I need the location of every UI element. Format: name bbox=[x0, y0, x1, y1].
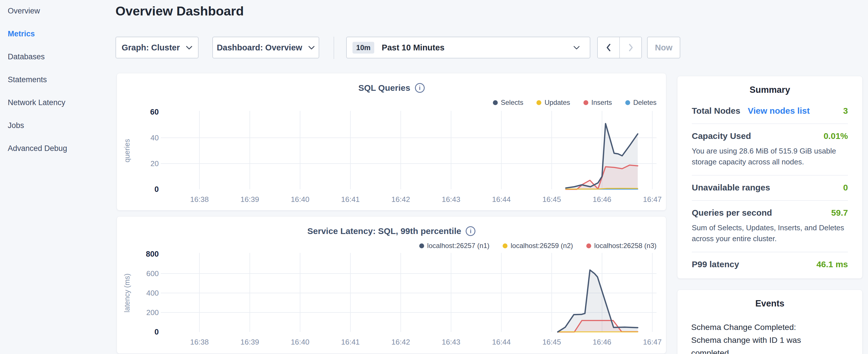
summary-title: Summary bbox=[677, 85, 862, 95]
cockroachdb-admin-ui: OverviewMetricsDatabasesStatementsNetwor… bbox=[0, 0, 868, 354]
summary-label: P99 latency bbox=[692, 259, 739, 269]
sidebar-item-overview[interactable]: Overview bbox=[8, 6, 67, 16]
summary-row-queries-per-second: Queries per second59.7Sum of Selects, Up… bbox=[692, 200, 848, 252]
dashboard-dropdown-label: Dashboard: Overview bbox=[217, 43, 302, 53]
summary-value: 46.1 ms bbox=[816, 259, 848, 269]
sidebar-item-network-latency[interactable]: Network Latency bbox=[8, 97, 67, 108]
svg-text:400: 400 bbox=[147, 289, 159, 297]
divider bbox=[334, 37, 334, 59]
next-time-button[interactable] bbox=[619, 37, 641, 58]
legend-label: Updates bbox=[545, 99, 570, 106]
sidebar-item-jobs[interactable]: Jobs bbox=[8, 120, 67, 131]
chevron-left-icon bbox=[606, 43, 612, 52]
legend-item-selects: Selects bbox=[493, 99, 524, 106]
info-icon[interactable]: i bbox=[415, 83, 425, 93]
svg-text:16:41: 16:41 bbox=[341, 195, 360, 204]
summary-label: Unavailable ranges bbox=[692, 183, 770, 192]
now-button[interactable]: Now bbox=[647, 37, 680, 58]
sidebar-item-databases[interactable]: Databases bbox=[8, 52, 67, 62]
svg-text:16:46: 16:46 bbox=[593, 195, 611, 204]
sidebar-item-statements[interactable]: Statements bbox=[8, 74, 67, 85]
svg-text:60: 60 bbox=[150, 108, 159, 116]
legend-item-localhost-26259-n2-: localhost:26259 (n2) bbox=[503, 242, 573, 250]
chevron-down-icon bbox=[186, 45, 192, 50]
summary-row-unavailable-ranges: Unavailable ranges0 bbox=[692, 175, 848, 200]
summary-subtext: You are using 28.6 MiB of 515.9 GiB usab… bbox=[692, 146, 848, 167]
svg-text:16:38: 16:38 bbox=[190, 195, 209, 204]
time-window-picker[interactable]: 10m Past 10 Minutes bbox=[346, 37, 590, 58]
time-pager bbox=[597, 37, 642, 58]
sql-queries-card: SQL Queries i SelectsUpdatesInsertsDelet… bbox=[117, 73, 666, 211]
svg-text:600: 600 bbox=[147, 269, 159, 278]
svg-text:800: 800 bbox=[146, 250, 159, 258]
sidebar-item-advanced-debug[interactable]: Advanced Debug bbox=[8, 143, 67, 154]
legend-dot bbox=[493, 100, 498, 105]
graph-dropdown-label: Graph: Cluster bbox=[122, 43, 180, 53]
legend-dot bbox=[625, 100, 630, 105]
svg-text:16:42: 16:42 bbox=[392, 338, 410, 346]
summary-row-p99-latency: P99 latency46.1 ms bbox=[692, 252, 848, 277]
svg-text:20: 20 bbox=[150, 159, 159, 168]
chart-title: Service Latency: SQL, 99th percentile bbox=[308, 226, 461, 236]
svg-text:16:45: 16:45 bbox=[542, 338, 561, 346]
svg-text:latency (ms): latency (ms) bbox=[123, 273, 131, 313]
svg-text:16:41: 16:41 bbox=[341, 338, 360, 346]
dashboard-dropdown[interactable]: Dashboard: Overview bbox=[212, 37, 319, 58]
page-title: Overview Dashboard bbox=[116, 2, 244, 20]
events-list: Schema Change Completed: Schema change w… bbox=[677, 321, 862, 354]
prev-time-button[interactable] bbox=[598, 37, 619, 58]
summary-value: 59.7 bbox=[831, 208, 848, 218]
svg-text:16:39: 16:39 bbox=[241, 338, 259, 346]
sidebar-item-metrics[interactable]: Metrics bbox=[8, 29, 67, 39]
svg-text:16:38: 16:38 bbox=[190, 338, 209, 346]
svg-text:16:43: 16:43 bbox=[442, 195, 460, 204]
graph-dropdown[interactable]: Graph: Cluster bbox=[116, 37, 198, 58]
sql-queries-chart[interactable]: 16:3816:3916:4016:4116:4216:4316:4416:45… bbox=[117, 73, 666, 210]
legend-item-inserts: Inserts bbox=[584, 99, 612, 106]
chart-title: SQL Queries bbox=[358, 83, 410, 93]
svg-text:16:47: 16:47 bbox=[643, 195, 662, 204]
view-nodes-list-link[interactable]: View nodes list bbox=[748, 106, 810, 116]
legend-item-localhost-26257-n1-: localhost:26257 (n1) bbox=[419, 242, 490, 250]
legend-label: Selects bbox=[501, 99, 524, 106]
info-icon[interactable]: i bbox=[466, 226, 475, 236]
time-window-badge: 10m bbox=[352, 42, 374, 54]
svg-text:16:39: 16:39 bbox=[241, 195, 259, 204]
legend-dot bbox=[503, 244, 507, 248]
svg-text:16:44: 16:44 bbox=[492, 338, 510, 346]
legend-item-localhost-26258-n3-: localhost:26258 (n3) bbox=[586, 242, 656, 250]
svg-text:16:45: 16:45 bbox=[542, 195, 561, 204]
chevron-right-icon bbox=[627, 43, 634, 52]
legend-item-deletes: Deletes bbox=[625, 99, 656, 106]
svg-text:16:40: 16:40 bbox=[291, 195, 309, 204]
legend-dot bbox=[536, 100, 541, 105]
summary-value: 3 bbox=[843, 106, 848, 116]
sidebar: OverviewMetricsDatabasesStatementsNetwor… bbox=[8, 6, 67, 154]
chevron-down-icon bbox=[308, 45, 315, 50]
svg-text:200: 200 bbox=[147, 308, 159, 317]
svg-text:16:40: 16:40 bbox=[291, 338, 309, 346]
legend-dot bbox=[584, 100, 588, 105]
event-item[interactable]: Schema Change Completed: Schema change w… bbox=[691, 321, 848, 354]
svg-text:16:43: 16:43 bbox=[442, 338, 460, 346]
chevron-down-icon bbox=[573, 45, 580, 50]
summary-rows: Total NodesView nodes list3Capacity Used… bbox=[692, 106, 848, 277]
events-panel: Events Schema Change Completed: Schema c… bbox=[677, 290, 863, 354]
legend-dot bbox=[419, 244, 424, 248]
service-latency-card: Service Latency: SQL, 99th percentile i … bbox=[117, 216, 666, 354]
summary-row-total-nodes: Total NodesView nodes list3 bbox=[692, 106, 848, 123]
legend-label: Deletes bbox=[633, 99, 656, 106]
legend-label: localhost:26259 (n2) bbox=[510, 242, 573, 250]
legend-dot bbox=[586, 244, 591, 248]
summary-value: 0 bbox=[843, 183, 848, 192]
service-latency-chart[interactable]: 16:3816:3916:4016:4116:4216:4316:4416:45… bbox=[117, 217, 666, 353]
legend-item-updates: Updates bbox=[536, 99, 570, 106]
events-title: Events bbox=[677, 298, 862, 309]
svg-text:16:47: 16:47 bbox=[643, 338, 662, 346]
svg-text:0: 0 bbox=[154, 185, 159, 194]
svg-text:16:42: 16:42 bbox=[392, 195, 410, 204]
legend-label: localhost:26257 (n1) bbox=[427, 242, 490, 250]
summary-label: Total Nodes bbox=[692, 106, 740, 116]
svg-text:0: 0 bbox=[154, 328, 159, 336]
time-window-label: Past 10 Minutes bbox=[382, 43, 444, 53]
